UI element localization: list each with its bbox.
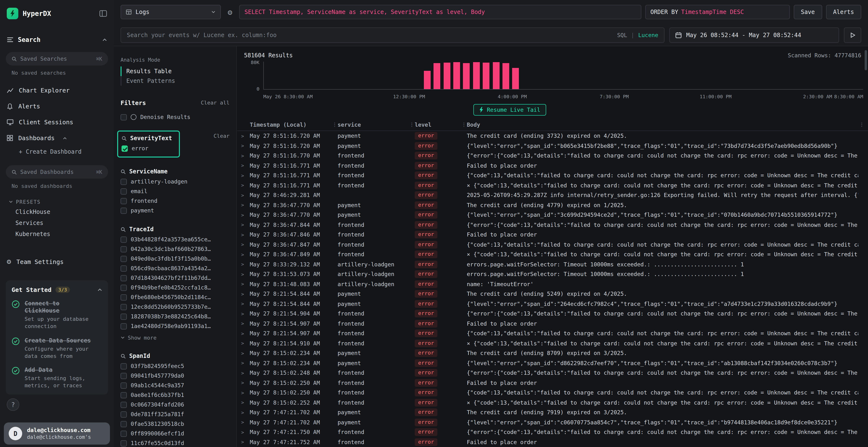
checkbox[interactable] xyxy=(121,284,127,291)
sidebar-item-chart-explorer[interactable]: Chart Explorer xyxy=(0,82,114,98)
facet-option[interactable]: 0f94b9befe0b4252ccfa1c8… xyxy=(121,283,229,293)
row-expand-icon[interactable]: > xyxy=(241,163,250,168)
table-row[interactable]: >May 27 8:15:02.252 AMfrontenderror× {"c… xyxy=(237,398,868,408)
row-expand-icon[interactable]: > xyxy=(241,232,250,238)
checkbox[interactable] xyxy=(121,304,127,310)
col-timestamp[interactable]: Timestamp (Local) xyxy=(250,121,332,128)
table-row[interactable]: >May 27 8:36:47.844 AMfrontenderror{"err… xyxy=(237,220,868,230)
facet-option[interactable]: 03b44828f42a3573ea655ce… xyxy=(121,235,229,244)
preset-clickhouse[interactable]: ClickHouse xyxy=(0,206,114,217)
table-row[interactable]: >May 27 7:47:21.752 AMfrontenderrorFaile… xyxy=(237,437,868,447)
row-expand-icon[interactable]: > xyxy=(241,301,250,307)
table-options-icon[interactable]: ⋮ xyxy=(858,122,865,127)
facet-option[interactable]: frontend xyxy=(121,196,229,206)
histogram-bar[interactable] xyxy=(434,63,440,89)
run-search-button[interactable] xyxy=(844,28,861,43)
facet-option[interactable]: 1ae42480d758e9ab91193a1… xyxy=(121,321,229,331)
checkbox[interactable] xyxy=(122,145,128,151)
facet-option[interactable]: error xyxy=(122,143,172,153)
facet-option[interactable]: 09ab1c4544c9a357 xyxy=(121,381,229,390)
row-expand-icon[interactable]: > xyxy=(241,321,250,326)
table-row[interactable]: >May 27 8:51:16.771 AMfrontenderrorFaile… xyxy=(237,161,868,171)
checkbox[interactable] xyxy=(121,431,127,437)
row-expand-icon[interactable]: > xyxy=(241,341,250,346)
sidebar-item-team-settings[interactable]: ⚙ Team Settings xyxy=(0,254,114,270)
column-separator[interactable]: ⋮ xyxy=(461,122,467,127)
denoise-toggle[interactable]: Denoise Results xyxy=(121,112,229,122)
row-expand-icon[interactable]: > xyxy=(241,222,250,228)
table-row[interactable]: >May 27 8:36:47.770 AMpaymenterrorThe cr… xyxy=(237,200,868,210)
hyperdx-logo-icon[interactable] xyxy=(7,8,18,19)
order-by-input[interactable]: ORDER BY TimestampTime DESC xyxy=(645,5,789,19)
table-row[interactable]: >May 27 8:21:54.904 AMfrontenderror{"err… xyxy=(237,309,868,319)
checkbox[interactable] xyxy=(121,198,127,204)
sidebar-item-client-sessions[interactable]: Client Sessions xyxy=(0,114,114,130)
row-expand-icon[interactable]: > xyxy=(241,360,250,366)
get-started-header[interactable]: Get Started 3/3 xyxy=(11,286,102,294)
table-row[interactable]: >May 27 8:15:02.250 AMfrontenderrorFaile… xyxy=(237,378,868,388)
facet-option[interactable]: 07d184304627bf2f11b67dd… xyxy=(121,273,229,283)
row-expand-icon[interactable]: > xyxy=(241,311,250,316)
facet-option[interactable]: 03f7b824595feec5 xyxy=(121,361,229,371)
show-more-button[interactable]: Show more xyxy=(121,333,229,342)
sidebar-item-alerts[interactable]: Alerts xyxy=(0,98,114,114)
histogram-bar[interactable] xyxy=(453,62,460,89)
checkbox[interactable] xyxy=(121,255,127,262)
create-dashboard-button[interactable]: + Create Dashboard xyxy=(0,146,114,159)
table-row[interactable]: >May 27 8:51:16.770 AMfrontenderror{"err… xyxy=(237,151,868,161)
get-started-step[interactable]: Connect to ClickHouse Set up your databa… xyxy=(11,300,102,330)
checkbox[interactable] xyxy=(121,402,127,408)
facet-option[interactable]: 0ff8990066efcf1d xyxy=(121,429,229,438)
row-expand-icon[interactable]: > xyxy=(241,193,250,198)
checkbox[interactable] xyxy=(121,363,127,369)
facet-clear-button[interactable]: Clear xyxy=(214,133,229,139)
clear-all-button[interactable]: Clear all xyxy=(201,100,229,106)
row-expand-icon[interactable]: > xyxy=(241,173,250,178)
row-expand-icon[interactable]: > xyxy=(241,390,250,396)
source-select[interactable]: Logs xyxy=(121,5,221,19)
row-expand-icon[interactable]: > xyxy=(241,143,250,148)
checkbox[interactable] xyxy=(121,236,127,243)
facet-option[interactable]: 049ed0ac3fdb1f3f15a0b0b… xyxy=(121,254,229,264)
table-row[interactable]: >May 27 8:15:02.234 AMpaymenterrorThe cr… xyxy=(237,348,868,358)
row-expand-icon[interactable]: > xyxy=(241,291,250,297)
histogram-bar[interactable] xyxy=(443,63,450,89)
checkbox[interactable] xyxy=(121,373,127,379)
sidebar-item-search[interactable]: Search xyxy=(0,34,114,45)
histogram-bar[interactable] xyxy=(493,62,499,89)
checkbox[interactable] xyxy=(121,188,127,194)
checkbox[interactable] xyxy=(121,275,127,281)
table-row[interactable]: >May 27 8:21:54.907 AMfrontenderror{"cod… xyxy=(237,329,868,338)
facet-option[interactable]: 0fbe680eb456750b2d1184c… xyxy=(121,293,229,302)
table-row[interactable]: >May 27 8:36:47.849 AMfrontenderror× {"c… xyxy=(237,249,868,260)
checkbox[interactable] xyxy=(121,323,127,329)
scrollbar-thumb[interactable] xyxy=(865,50,867,70)
table-row[interactable]: >May 27 8:36:47.770 AMpaymenterror{"leve… xyxy=(237,210,868,220)
date-range-picker[interactable]: May 26 08:52:44 - May 27 08:52:44 xyxy=(669,28,839,43)
histogram-bar[interactable] xyxy=(483,63,490,89)
table-row[interactable]: >May 27 8:51:16.771 AMfrontenderror{"cod… xyxy=(237,171,868,180)
table-row[interactable]: >May 27 8:51:16.720 AMpaymenterrorThe cr… xyxy=(237,131,868,141)
sql-select-input[interactable]: SELECT Timestamp, ServiceName as service… xyxy=(239,5,641,19)
row-expand-icon[interactable]: > xyxy=(241,133,250,139)
source-settings-gear-icon[interactable]: ⚙ xyxy=(225,7,235,16)
table-row[interactable]: >May 27 8:51:16.771 AMfrontenderror× {"c… xyxy=(237,180,868,190)
facet-option[interactable]: 0c0667304fafd206 xyxy=(121,400,229,409)
col-body[interactable]: Body xyxy=(467,121,858,128)
col-level[interactable]: level xyxy=(415,121,461,128)
row-expand-icon[interactable]: > xyxy=(241,281,250,287)
table-row[interactable]: >May 27 8:31:53.073 AMartillery-loadgene… xyxy=(237,269,868,279)
facet-option[interactable]: artillery-loadgen xyxy=(121,177,229,186)
row-expand-icon[interactable]: > xyxy=(241,272,250,277)
preset-kubernetes[interactable]: Kubernetes xyxy=(0,228,114,239)
row-expand-icon[interactable]: > xyxy=(241,331,250,336)
histogram-bar[interactable] xyxy=(424,71,431,89)
checkbox[interactable] xyxy=(121,178,127,185)
sidebar-collapse-icon[interactable] xyxy=(99,10,107,17)
table-row[interactable]: >May 27 7:47:21.702 AMpaymenterror{"leve… xyxy=(237,417,868,427)
table-row[interactable]: >May 27 8:36:47.847 AMfrontenderror{"cod… xyxy=(237,240,868,249)
checkbox[interactable] xyxy=(121,313,127,319)
table-row[interactable]: >May 27 8:21:54.844 AMpaymenterror{"leve… xyxy=(237,299,868,309)
facet-option[interactable]: email xyxy=(121,186,229,196)
col-service[interactable]: service xyxy=(338,121,409,128)
